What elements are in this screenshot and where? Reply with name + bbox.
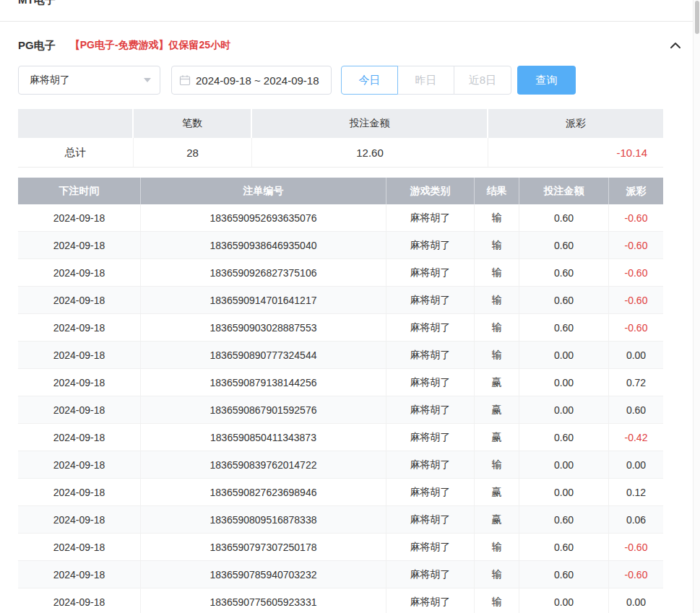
bet-time-cell: 2024-09-18 [18, 396, 141, 423]
game-type-cell: 麻将胡了 [386, 396, 475, 423]
table-row: 2024-09-181836590903028887553麻将胡了输0.60-0… [18, 314, 663, 342]
order-number-cell: 1836590785940703232 [141, 561, 386, 588]
table-row: 2024-09-181836590938646935040麻将胡了输0.60-0… [18, 232, 663, 259]
summary-header-empty [18, 109, 134, 138]
summary-total-row: 总计 28 12.60 -10.14 [18, 138, 663, 168]
table-row: 2024-09-181836590785940703232麻将胡了输0.60-0… [18, 561, 663, 588]
order-number-cell: 1836590850411343873 [141, 424, 386, 451]
result-cell: 输 [475, 561, 519, 588]
payout-cell: 0.60 [609, 396, 663, 423]
payout-cell: -0.60 [609, 232, 663, 258]
order-number-cell: 1836590797307250178 [141, 534, 386, 560]
table-row: 2024-09-181836590827623698946麻将胡了赢0.000.… [18, 479, 663, 506]
payout-cell: 0.00 [609, 588, 663, 613]
game-type-cell: 麻将胡了 [386, 342, 475, 368]
summary-count-value: 28 [134, 138, 252, 167]
bet-amount-cell: 0.60 [519, 424, 609, 451]
order-number-cell: 1836590775605923331 [141, 588, 386, 613]
column-header: 派彩 [609, 178, 663, 204]
result-cell: 赢 [475, 424, 519, 451]
table-row: 2024-09-181836590867901592576麻将胡了赢0.000.… [18, 396, 663, 424]
section-title-mt[interactable]: MT电子 [18, 0, 56, 7]
payout-cell: -0.60 [609, 314, 663, 341]
bet-time-cell: 2024-09-18 [18, 534, 141, 560]
last-8-days-button[interactable]: 近8日 [454, 66, 511, 95]
bet-amount-cell: 0.60 [519, 287, 609, 313]
game-type-cell: 麻将胡了 [386, 534, 475, 560]
result-cell: 输 [475, 342, 519, 368]
scrollbar-thumb[interactable] [695, 1, 699, 34]
section-title-pg: PG电子 [18, 39, 56, 53]
bet-amount-cell: 0.00 [519, 588, 609, 613]
table-row: 2024-09-181836590839762014722麻将胡了输0.000.… [18, 451, 663, 479]
game-type-cell: 麻将胡了 [386, 561, 475, 588]
query-button[interactable]: 查询 [517, 66, 576, 95]
summary-header-row: 笔数 投注金额 派彩 [18, 109, 663, 138]
bets-table-body: 2024-09-181836590952693635076麻将胡了输0.60-0… [18, 204, 663, 613]
summary-bet-amount-value: 12.60 [252, 138, 488, 167]
game-type-cell: 麻将胡了 [386, 479, 475, 505]
scrollbar[interactable] [693, 0, 700, 613]
game-type-cell: 麻将胡了 [386, 588, 475, 613]
column-header: 下注时间 [18, 178, 141, 204]
bet-time-cell: 2024-09-18 [18, 314, 141, 341]
payout-cell: -0.60 [609, 204, 663, 231]
yesterday-button[interactable]: 昨日 [397, 66, 454, 95]
table-row: 2024-09-181836590797307250178麻将胡了输0.60-0… [18, 534, 663, 561]
date-range-input[interactable]: 2024-09-18 ~ 2024-09-18 [171, 66, 332, 95]
bet-time-cell: 2024-09-18 [18, 204, 141, 231]
bet-amount-cell: 0.60 [519, 561, 609, 588]
payout-cell: 0.00 [609, 451, 663, 478]
bet-time-cell: 2024-09-18 [18, 287, 141, 313]
bet-time-cell: 2024-09-18 [18, 588, 141, 613]
game-select-value: 麻将胡了 [30, 74, 144, 87]
order-number-cell: 1836590827623698946 [141, 479, 386, 505]
mt-section-row: MT电子 [0, 0, 700, 22]
game-type-cell: 麻将胡了 [386, 424, 475, 451]
chevron-up-icon[interactable] [669, 40, 682, 51]
game-type-cell: 麻将胡了 [386, 314, 475, 341]
bet-amount-cell: 0.60 [519, 259, 609, 286]
payout-cell: -0.60 [609, 534, 663, 560]
bet-amount-cell: 0.60 [519, 314, 609, 341]
bet-amount-cell: 0.00 [519, 342, 609, 368]
payout-cell: 0.72 [609, 369, 663, 396]
page: MT电子 PG电子 【PG电子-免费游戏】仅保留25小时 麻将胡了 2024-0… [0, 0, 700, 613]
quick-range-group: 今日 昨日 近8日 [341, 66, 511, 95]
table-row: 2024-09-181836590809516878338麻将胡了赢0.600.… [18, 506, 663, 534]
column-header: 游戏类别 [386, 178, 475, 204]
order-number-cell: 1836590879138144256 [141, 369, 386, 396]
order-number-cell: 1836590809516878338 [141, 506, 386, 533]
column-header: 结果 [475, 178, 519, 204]
bet-amount-cell: 0.60 [519, 232, 609, 258]
result-cell: 输 [475, 588, 519, 613]
bet-amount-cell: 0.00 [519, 369, 609, 396]
order-number-cell: 1836590938646935040 [141, 232, 386, 258]
result-cell: 输 [475, 259, 519, 286]
game-select[interactable]: 麻将胡了 [18, 66, 160, 95]
bet-time-cell: 2024-09-18 [18, 479, 141, 505]
order-number-cell: 1836590839762014722 [141, 451, 386, 478]
game-type-cell: 麻将胡了 [386, 451, 475, 478]
payout-cell: -0.60 [609, 561, 663, 588]
table-row: 2024-09-181836590952693635076麻将胡了输0.60-0… [18, 204, 663, 232]
summary-total-label: 总计 [18, 138, 134, 167]
column-header: 注单编号 [141, 178, 386, 204]
today-button[interactable]: 今日 [341, 66, 398, 95]
result-cell: 输 [475, 287, 519, 313]
bet-time-cell: 2024-09-18 [18, 232, 141, 258]
table-row: 2024-09-181836590890777324544麻将胡了输0.000.… [18, 342, 663, 369]
payout-cell: -0.60 [609, 259, 663, 286]
game-type-cell: 麻将胡了 [386, 204, 475, 231]
summary-table: 笔数 投注金额 派彩 总计 28 12.60 -10.14 [18, 109, 663, 168]
table-row: 2024-09-181836590850411343873麻将胡了赢0.60-0… [18, 424, 663, 451]
result-cell: 赢 [475, 479, 519, 505]
table-row: 2024-09-181836590926827375106麻将胡了输0.60-0… [18, 259, 663, 287]
table-row: 2024-09-181836590879138144256麻将胡了赢0.000.… [18, 369, 663, 396]
pg-section-header: PG电子 【PG电子-免费游戏】仅保留25小时 [0, 34, 700, 57]
payout-cell: 0.12 [609, 479, 663, 505]
payout-cell: -0.60 [609, 287, 663, 313]
result-cell: 输 [475, 204, 519, 231]
order-number-cell: 1836590867901592576 [141, 396, 386, 423]
summary-header-bet-amount: 投注金额 [252, 109, 488, 138]
